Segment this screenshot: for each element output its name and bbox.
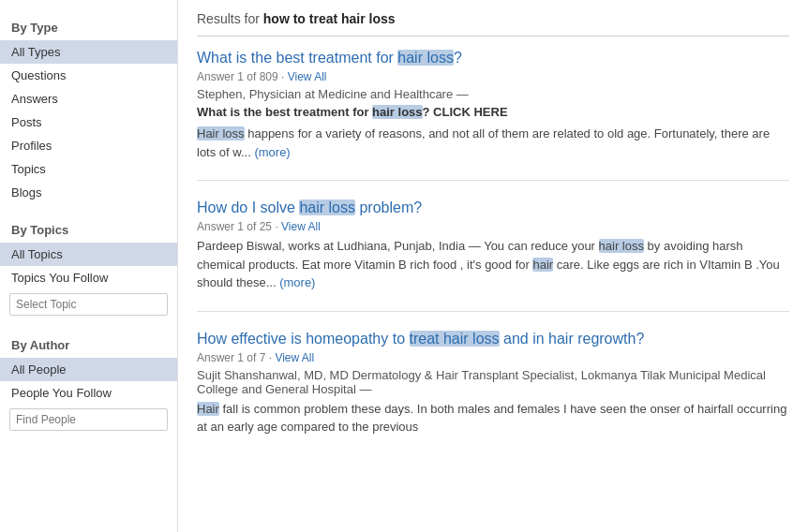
more-link[interactable]: (more) — [254, 145, 290, 159]
view-all-link[interactable]: View All — [275, 351, 314, 364]
result-title[interactable]: How do I solve hair loss problem? — [197, 200, 789, 216]
result-attribution: Sujit Shanshanwal, MD, MD Dermatology & … — [197, 368, 789, 396]
sidebar-item-posts[interactable]: Posts — [0, 111, 177, 134]
by-author-heading: By Author — [0, 329, 177, 358]
highlight: hair loss — [372, 105, 422, 119]
result-excerpt: Hair loss happens for a variety of reaso… — [197, 125, 789, 161]
main-content: Results for how to treat hair loss What … — [178, 0, 808, 532]
result-title-text: What is the best treatment for hair loss… — [197, 50, 462, 66]
sidebar-item-questions[interactable]: Questions — [0, 64, 177, 87]
select-topic-input[interactable] — [9, 293, 168, 316]
highlight: hair loss — [299, 200, 355, 215]
more-link[interactable]: (more) — [279, 275, 315, 289]
sidebar-item-all-people[interactable]: All People — [0, 358, 177, 381]
result-title-text: How effective is homeopathy to treat hai… — [197, 331, 644, 347]
result-item: What is the best treatment for hair loss… — [197, 50, 789, 181]
by-type-heading: By Type — [0, 11, 177, 40]
result-meta: Answer 1 of 7 · View All — [197, 351, 789, 364]
result-attribution: Stephen, Physician at Medicine and Healt… — [197, 87, 789, 101]
result-excerpt: Hair fall is common problem these days. … — [197, 400, 789, 436]
results-header: Results for how to treat hair loss — [197, 11, 789, 37]
highlight: hair loss — [397, 50, 454, 66]
sidebar-item-blogs[interactable]: Blogs — [0, 181, 177, 204]
sidebar-item-topics-you-follow[interactable]: Topics You Follow — [0, 266, 177, 289]
view-all-link[interactable]: View All — [288, 70, 327, 83]
result-item: How do I solve hair loss problem? Answer… — [197, 200, 789, 312]
sidebar: By Type All Types Questions Answers Post… — [0, 0, 178, 532]
highlight: Hair loss — [197, 126, 245, 140]
result-title-text: How do I solve hair loss problem? — [197, 200, 422, 215]
result-bold-line: What is the best treatment for hair loss… — [197, 105, 789, 119]
sidebar-item-people-you-follow[interactable]: People You Follow — [0, 381, 177, 405]
highlight: treat hair loss — [410, 331, 500, 347]
find-people-input[interactable] — [9, 408, 168, 431]
highlight: hair — [532, 258, 553, 272]
sidebar-item-topics[interactable]: Topics — [0, 157, 177, 181]
highlight: Hair — [197, 402, 219, 416]
result-title[interactable]: How effective is homeopathy to treat hai… — [197, 331, 789, 347]
sidebar-item-answers[interactable]: Answers — [0, 87, 177, 111]
result-item: How effective is homeopathy to treat hai… — [197, 331, 789, 455]
view-all-link[interactable]: View All — [281, 220, 321, 233]
sidebar-item-all-types[interactable]: All Types — [0, 40, 177, 64]
highlight: hair loss — [599, 239, 644, 253]
result-meta: Answer 1 of 25 · View All — [197, 220, 789, 233]
result-excerpt: Pardeep Biswal, works at Ludhiana, Punja… — [197, 237, 789, 292]
sidebar-item-profiles[interactable]: Profiles — [0, 134, 177, 157]
result-meta: Answer 1 of 809 · View All — [197, 70, 789, 83]
by-topics-heading: By Topics — [0, 214, 177, 243]
sidebar-item-all-topics[interactable]: All Topics — [0, 243, 177, 266]
search-query: how to treat hair loss — [263, 11, 396, 26]
result-title[interactable]: What is the best treatment for hair loss… — [197, 50, 789, 66]
results-for-label: Results for — [197, 11, 260, 26]
